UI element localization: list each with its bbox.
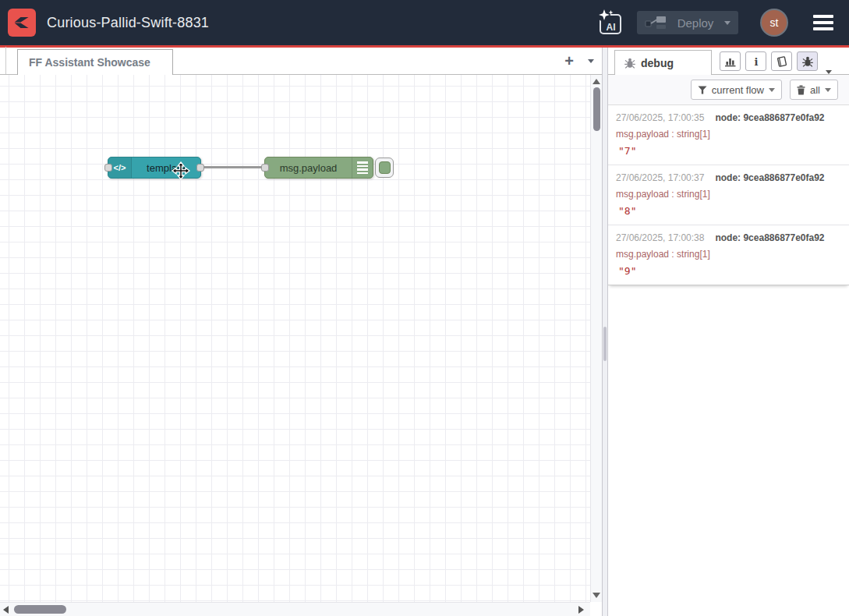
debug-enable-toggle[interactable] [375, 158, 394, 178]
book-icon [776, 56, 788, 67]
filter-caret-icon [769, 88, 775, 92]
sidebar-tabbar: debug i [608, 48, 849, 75]
canvas-horizontal-scrollbar[interactable] [0, 602, 590, 616]
deploy-button[interactable]: Deploy [637, 11, 738, 34]
scroll-right-arrow-icon[interactable] [578, 606, 584, 614]
deploy-pipeline-icon [645, 16, 667, 30]
workspace-tab-label: FF Assistant Showcase [29, 56, 150, 69]
message-node-id: node: 9cea886877e0fa92 [715, 232, 824, 243]
svg-text:i: i [754, 56, 758, 67]
flowfuse-logo-glyph [11, 12, 33, 34]
template-input-port[interactable] [104, 164, 112, 172]
message-property[interactable]: msg.payload : string[1] [616, 189, 841, 200]
tab-help-docs[interactable] [771, 51, 792, 71]
message-timestamp: 27/06/2025, 17:00:35 [616, 112, 704, 123]
debug-filter-button[interactable]: current flow [691, 80, 782, 100]
clear-button-label: all [810, 84, 820, 96]
tab-debug-messages[interactable] [797, 51, 818, 71]
filter-button-label: current flow [712, 84, 764, 96]
main-menu-button[interactable] [810, 12, 837, 34]
trash-icon [797, 85, 805, 95]
sidebar: debug i [608, 48, 849, 616]
message-property[interactable]: msg.payload : string[1] [616, 129, 841, 140]
message-value: "8" [616, 205, 841, 217]
message-value: "9" [616, 265, 841, 277]
flow-list-caret-icon[interactable] [588, 59, 594, 63]
tab-dashboard-chart[interactable] [720, 51, 741, 71]
bug-icon [802, 56, 813, 67]
node-msg-payload-debug[interactable]: msg.payload [264, 157, 373, 179]
canvas-vertical-scrollbar[interactable] [590, 75, 602, 602]
flow-canvas[interactable]: </> template msg.payload [0, 75, 590, 602]
debug-message-list: 27/06/2025, 17:00:35 node: 9cea886877e0f… [608, 105, 849, 285]
debug-clear-button[interactable]: all [790, 80, 838, 100]
deploy-options-caret-icon[interactable] [724, 21, 730, 25]
message-node-id: node: 9cea886877e0fa92 [715, 112, 824, 123]
tab-ff-assistant-showcase[interactable]: FF Assistant Showcase [17, 49, 173, 75]
horizontal-scroll-thumb[interactable] [14, 605, 66, 614]
debug-lines-icon [352, 158, 373, 178]
workspace-column: FF Assistant Showcase + </> template [0, 48, 602, 616]
debug-message[interactable]: 27/06/2025, 17:00:38 node: 9cea886877e0f… [608, 225, 849, 285]
clear-caret-icon [825, 88, 831, 92]
svg-text:AI: AI [607, 22, 616, 33]
ai-assistant-button[interactable]: AI [596, 9, 624, 37]
debug-message[interactable]: 27/06/2025, 17:00:37 node: 9cea886877e0f… [608, 165, 849, 225]
filter-funnel-icon [698, 86, 707, 94]
bug-icon [624, 58, 635, 69]
message-timestamp: 27/06/2025, 17:00:37 [616, 172, 704, 183]
scroll-left-arrow-icon[interactable] [3, 606, 9, 614]
header: Curious-Pallid-Swift-8831 AI Dep [0, 0, 849, 48]
node-red-editor: Curious-Pallid-Swift-8831 AI Dep [0, 0, 849, 616]
main-area: FF Assistant Showcase + </> template [0, 48, 849, 616]
vertical-scroll-thumb[interactable] [593, 87, 600, 131]
info-icon: i [752, 56, 760, 67]
debug-toolbar: current flow all [608, 75, 849, 105]
header-actions: AI Deploy st [596, 9, 849, 37]
message-node-id: node: 9cea886877e0fa92 [715, 172, 824, 183]
scroll-down-arrow-icon[interactable] [593, 593, 600, 598]
move-cursor-icon [172, 161, 190, 183]
message-property[interactable]: msg.payload : string[1] [616, 249, 841, 260]
flowfuse-logo-icon[interactable] [8, 9, 36, 37]
sidebar-tab-label: debug [641, 57, 674, 69]
tab-info[interactable]: i [745, 51, 766, 71]
template-output-port[interactable] [196, 164, 204, 172]
debug-input-port[interactable] [261, 164, 269, 172]
debug-message[interactable]: 27/06/2025, 17:00:35 node: 9cea886877e0f… [608, 105, 849, 165]
tabbar-actions: + [564, 48, 594, 74]
add-flow-button[interactable]: + [564, 53, 574, 69]
sidebar-tab-debug[interactable]: debug [614, 50, 712, 75]
sidebar-splitter[interactable] [602, 48, 608, 616]
message-value: "7" [616, 145, 841, 157]
debug-toggle-state [379, 161, 391, 174]
user-avatar[interactable]: st [762, 10, 787, 35]
bar-chart-icon [724, 56, 737, 67]
workspace-tabbar: FF Assistant Showcase + [0, 48, 602, 75]
message-timestamp: 27/06/2025, 17:00:38 [616, 232, 704, 243]
splitter-drag-handle[interactable] [603, 327, 607, 361]
deploy-label: Deploy [674, 16, 716, 30]
instance-title: Curious-Pallid-Swift-8831 [47, 15, 209, 31]
sidebar-tabs-caret-icon[interactable] [826, 70, 832, 74]
wire-template-to-debug[interactable] [200, 166, 266, 168]
hamburger-icon [813, 15, 833, 18]
sidebar-icon-tabs: i [720, 51, 818, 71]
scroll-up-arrow-icon[interactable] [593, 79, 600, 84]
tab-scroll-edge [0, 47, 6, 74]
ai-sparkle-icon: AI [597, 9, 624, 36]
debug-node-label: msg.payload [265, 162, 352, 174]
